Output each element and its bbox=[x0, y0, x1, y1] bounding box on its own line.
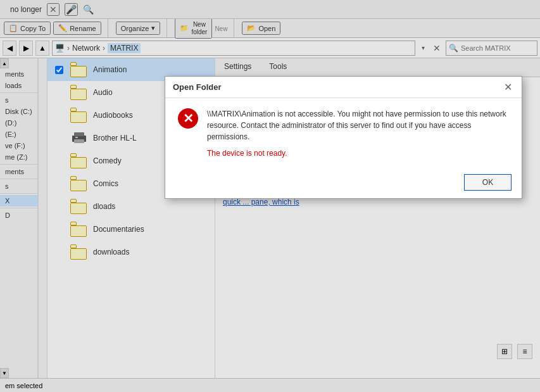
dialog-title: Open Folder bbox=[173, 82, 222, 92]
open-folder-dialog: Open Folder ✕ ✕ \\MATRIX\Animation is no… bbox=[165, 76, 522, 199]
error-icon: ✕ bbox=[178, 108, 198, 129]
dialog-message: \\MATRIX\Animation is not accessible. Yo… bbox=[207, 108, 509, 159]
dialog-close-button[interactable]: ✕ bbox=[501, 81, 514, 94]
dialog-device-message: The device is not ready. bbox=[207, 148, 509, 159]
dialog-footer: OK bbox=[165, 169, 522, 198]
dialog-error-text: \\MATRIX\Animation is not accessible. Yo… bbox=[207, 110, 506, 141]
dialog-body: ✕ \\MATRIX\Animation is not accessible. … bbox=[165, 98, 522, 169]
ok-button[interactable]: OK bbox=[464, 174, 512, 191]
dialog-overlay: Open Folder ✕ ✕ \\MATRIX\Animation is no… bbox=[0, 0, 540, 392]
dialog-titlebar: Open Folder ✕ bbox=[165, 77, 522, 98]
